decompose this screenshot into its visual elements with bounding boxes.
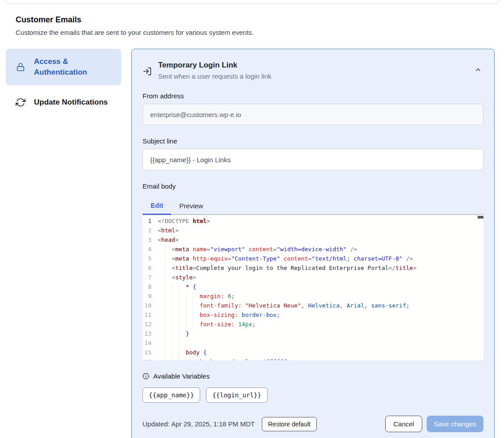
line-number: 16 <box>143 357 158 360</box>
sidebar: Access & Authentication Update Notificat… <box>6 49 121 107</box>
code-line: 15 body { <box>143 348 483 357</box>
code-line: 12 font-size: 14px; <box>143 320 483 329</box>
updated-timestamp: Updated: Apr 29, 2025, 1:18 PM MDT <box>143 420 255 428</box>
code-line: 3<head> <box>143 235 483 244</box>
line-number: 9 <box>143 291 158 301</box>
previous-card-bottom-edge <box>4 0 500 4</box>
line-number: 14 <box>143 338 158 348</box>
code-line: 1<!DOCTYPE html> <box>143 216 483 226</box>
lock-icon <box>16 62 25 72</box>
cancel-button[interactable]: Cancel <box>385 416 422 432</box>
editor-vertical-scrollbar[interactable] <box>478 216 483 219</box>
line-number: 3 <box>143 235 158 244</box>
sidebar-item-label: Access & Authentication <box>34 56 111 78</box>
code-line: 14 <box>143 338 483 348</box>
line-number: 15 <box>143 348 158 357</box>
tab-edit[interactable]: Edit <box>143 197 171 215</box>
panel-title: Temporary Login Link <box>158 61 271 70</box>
tab-preview[interactable]: Preview <box>171 197 211 214</box>
code-line: 8 * { <box>143 282 483 291</box>
code-line: 5 <meta http-equiv="Content-Type" conten… <box>143 254 483 263</box>
line-number: 7 <box>143 273 158 282</box>
sidebar-item-label: Update Notifications <box>34 98 108 107</box>
line-number: 2 <box>143 226 158 235</box>
chevron-up-icon <box>475 66 482 73</box>
subject-line-label: Subject line <box>143 137 483 145</box>
email-body-tabs: Edit Preview <box>143 197 483 215</box>
sidebar-item-access-authentication[interactable]: Access & Authentication <box>6 49 121 85</box>
from-address-label: From address <box>143 92 483 100</box>
panel-header: Temporary Login Link Sent when a user re… <box>143 61 483 80</box>
save-changes-button[interactable]: Save changes <box>427 416 483 432</box>
code-lines: 1<!DOCTYPE html>2<html>3<head>4 <meta na… <box>143 216 483 360</box>
line-number: 6 <box>143 263 158 273</box>
code-line: 9 margin: 0; <box>143 291 483 301</box>
code-line: 4 <meta name="viewport" content="width=d… <box>143 244 483 254</box>
page-header: Customer Emails Customize the emails tha… <box>16 15 488 36</box>
line-number: 13 <box>143 329 158 338</box>
code-line: 11 box-sizing: border-box; <box>143 310 483 320</box>
variable-chips: {{app_name}} {{login_url}} <box>143 387 483 403</box>
panel-header-text: Temporary Login Link Sent when a user re… <box>158 61 271 80</box>
email-body-label: Email body <box>143 182 483 190</box>
line-number: 5 <box>143 254 158 263</box>
line-number: 8 <box>143 282 158 291</box>
code-line: 7 <style> <box>143 273 483 282</box>
panel-footer: Updated: Apr 29, 2025, 1:18 PM MDT Resto… <box>143 416 483 432</box>
sidebar-item-update-notifications[interactable]: Update Notifications <box>6 97 121 107</box>
page-title: Customer Emails <box>16 15 488 25</box>
line-number: 1 <box>143 216 158 226</box>
line-number: 12 <box>143 320 158 329</box>
panel-subtitle: Sent when a user requests a login link <box>158 72 271 80</box>
refresh-icon <box>16 97 25 107</box>
subject-line-input[interactable] <box>143 149 483 170</box>
code-editor[interactable]: 1<!DOCTYPE html>2<html>3<head>4 <meta na… <box>143 215 483 360</box>
line-number: 10 <box>143 301 158 310</box>
info-icon <box>143 373 149 379</box>
log-in-icon <box>143 67 152 80</box>
line-number: 11 <box>143 310 158 320</box>
temporary-login-link-panel: Temporary Login Link Sent when a user re… <box>131 49 495 438</box>
variable-chip-app-name[interactable]: {{app_name}} <box>143 387 200 403</box>
code-line: 16 background-color: #ffffff; <box>143 357 483 360</box>
code-line: 10 font-family: "Helvetica Neue", Helvet… <box>143 301 483 310</box>
variable-chip-login-url[interactable]: {{login_url}} <box>206 387 268 403</box>
page-subtitle: Customize the emails that are sent to yo… <box>16 29 488 36</box>
available-variables-row: Available Variables <box>143 372 483 380</box>
code-line: 2<html> <box>143 226 483 235</box>
available-variables-label: Available Variables <box>153 372 210 380</box>
content-area: Access & Authentication Update Notificat… <box>6 49 495 438</box>
from-address-input[interactable] <box>143 104 483 125</box>
restore-default-button[interactable]: Restore default <box>262 417 317 431</box>
code-line: 6 <title>Complete your login to the Repl… <box>143 263 483 273</box>
collapse-section-button[interactable] <box>475 66 482 73</box>
code-line: 13 } <box>143 329 483 338</box>
line-number: 4 <box>143 244 158 254</box>
